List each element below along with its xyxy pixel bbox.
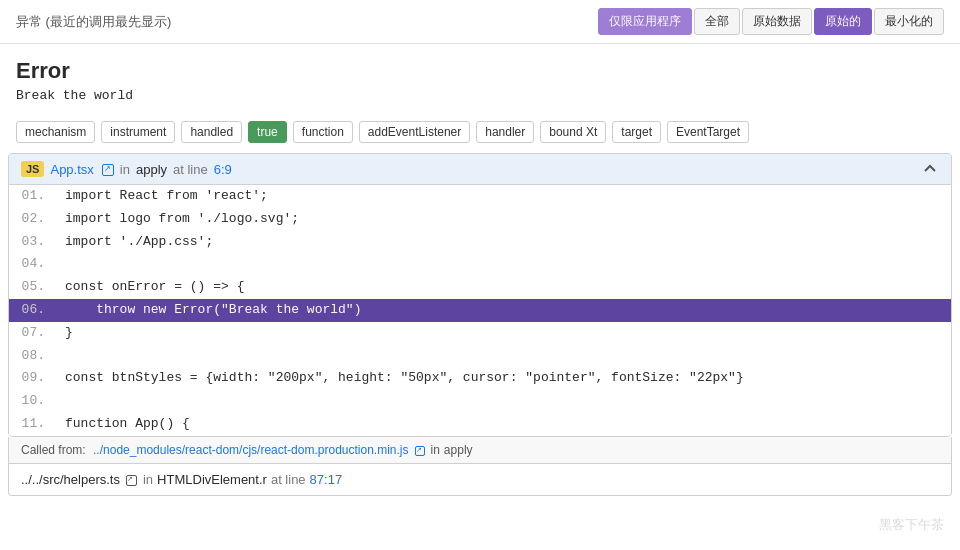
next-frame-ext-icon[interactable] bbox=[126, 475, 137, 486]
btn-raw[interactable]: 原始数据 bbox=[742, 8, 812, 35]
btn-app-only[interactable]: 仅限应用程序 bbox=[598, 8, 692, 35]
tags-row: mechanism instrument handled true functi… bbox=[0, 113, 960, 153]
toolbar-buttons: 仅限应用程序 全部 原始数据 原始的 最小化的 bbox=[598, 8, 944, 35]
line-num-9: 09. bbox=[9, 368, 57, 389]
frame-header: JS App.tsx in apply at line 6:9 bbox=[9, 154, 951, 185]
error-message: Break the world bbox=[16, 88, 944, 103]
line-content-7: } bbox=[57, 323, 81, 344]
line-content-10 bbox=[57, 391, 81, 412]
line-content-5: const onError = () => { bbox=[57, 277, 252, 298]
frame-container: JS App.tsx in apply at line 6:9 01. impo… bbox=[8, 153, 952, 437]
toolbar-title: 异常 (最近的调用最先显示) bbox=[16, 13, 171, 31]
js-badge: JS bbox=[21, 161, 44, 177]
line-content-9: const btnStyles = {width: "200px", heigh… bbox=[57, 368, 752, 389]
line-content-1: import React from 'react'; bbox=[57, 186, 276, 207]
code-line-10: 10. bbox=[9, 390, 951, 413]
tag-true[interactable]: true bbox=[248, 121, 287, 143]
next-frame: ../../src/helpers.ts in HTMLDivElement.r… bbox=[8, 464, 952, 496]
line-num-4: 04. bbox=[9, 254, 57, 275]
line-content-2: import logo from './logo.svg'; bbox=[57, 209, 307, 230]
code-line-7: 07. } bbox=[9, 322, 951, 345]
btn-original[interactable]: 原始的 bbox=[814, 8, 872, 35]
tag-addeventlistener[interactable]: addEventListener bbox=[359, 121, 470, 143]
code-area: 01. import React from 'react'; 02. impor… bbox=[9, 185, 951, 436]
tag-function[interactable]: function bbox=[293, 121, 353, 143]
tag-mechanism[interactable]: mechanism bbox=[16, 121, 95, 143]
frame-header-left: JS App.tsx in apply at line 6:9 bbox=[21, 161, 232, 177]
code-line-3: 03. import './App.css'; bbox=[9, 231, 951, 254]
external-link-icon[interactable] bbox=[102, 164, 114, 176]
code-line-8: 08. bbox=[9, 345, 951, 368]
frame-at-text: at line bbox=[173, 162, 208, 177]
next-frame-context: HTMLDivElement.r bbox=[157, 472, 267, 487]
code-line-4: 04. bbox=[9, 253, 951, 276]
line-num-11: 11. bbox=[9, 414, 57, 435]
tag-eventtarget[interactable]: EventTarget bbox=[667, 121, 749, 143]
tag-handler[interactable]: handler bbox=[476, 121, 534, 143]
next-frame-at: at line bbox=[271, 472, 306, 487]
called-from-in: in bbox=[431, 443, 440, 457]
code-line-9: 09. const btnStyles = {width: "200px", h… bbox=[9, 367, 951, 390]
toolbar: 异常 (最近的调用最先显示) 仅限应用程序 全部 原始数据 原始的 最小化的 bbox=[0, 0, 960, 44]
frame-in-text: in bbox=[120, 162, 130, 177]
tag-bound-xt[interactable]: bound Xt bbox=[540, 121, 606, 143]
code-line-11: 11. function App() { bbox=[9, 413, 951, 436]
next-frame-in: in bbox=[143, 472, 153, 487]
called-from-link[interactable]: ../node_modules/react-dom/cjs/react-dom.… bbox=[93, 443, 408, 457]
code-line-1: 01. import React from 'react'; bbox=[9, 185, 951, 208]
code-line-2: 02. import logo from './logo.svg'; bbox=[9, 208, 951, 231]
line-num-10: 10. bbox=[9, 391, 57, 412]
code-line-5: 05. const onError = () => { bbox=[9, 276, 951, 299]
next-frame-file[interactable]: ../../src/helpers.ts bbox=[21, 472, 120, 487]
frame-collapse-button[interactable] bbox=[921, 160, 939, 178]
tag-target[interactable]: target bbox=[612, 121, 661, 143]
called-from-ext-icon[interactable] bbox=[415, 446, 425, 456]
next-frame-line-col: 87:17 bbox=[310, 472, 343, 487]
btn-all[interactable]: 全部 bbox=[694, 8, 740, 35]
frame-apply-text: apply bbox=[136, 162, 167, 177]
code-line-6: 06. throw new Error("Break the world") bbox=[9, 299, 951, 322]
line-num-2: 02. bbox=[9, 209, 57, 230]
line-num-6: 06. bbox=[9, 300, 57, 321]
frame-line-col: 6:9 bbox=[214, 162, 232, 177]
error-title: Error bbox=[16, 58, 944, 84]
line-num-3: 03. bbox=[9, 232, 57, 253]
line-content-6: throw new Error("Break the world") bbox=[57, 300, 369, 321]
tag-handled[interactable]: handled bbox=[181, 121, 242, 143]
watermark: 黑客下午茶 bbox=[879, 516, 944, 534]
line-content-8 bbox=[57, 346, 81, 367]
line-num-5: 05. bbox=[9, 277, 57, 298]
btn-minified[interactable]: 最小化的 bbox=[874, 8, 944, 35]
line-content-4 bbox=[57, 254, 81, 275]
line-content-3: import './App.css'; bbox=[57, 232, 221, 253]
called-from-text: Called from: bbox=[21, 443, 89, 457]
frame-filename[interactable]: App.tsx bbox=[50, 162, 93, 177]
line-content-11: function App() { bbox=[57, 414, 198, 435]
line-num-1: 01. bbox=[9, 186, 57, 207]
error-section: Error Break the world bbox=[0, 44, 960, 113]
called-from-apply: apply bbox=[444, 443, 473, 457]
called-from-bar: Called from: ../node_modules/react-dom/c… bbox=[8, 437, 952, 464]
tag-instrument[interactable]: instrument bbox=[101, 121, 175, 143]
line-num-7: 07. bbox=[9, 323, 57, 344]
line-num-8: 08. bbox=[9, 346, 57, 367]
